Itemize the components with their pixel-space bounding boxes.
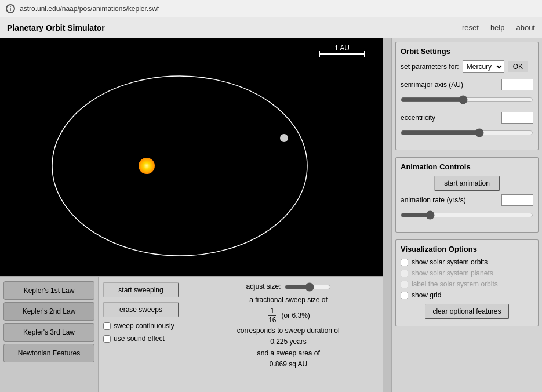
label-solar-system-orbits-label: label the solar system orbits — [412, 280, 498, 288]
clear-optional-features-button[interactable]: clear optional features — [425, 304, 508, 319]
label-solar-system-orbits-checkbox[interactable] — [401, 281, 408, 288]
app-title: Planetary Orbit Simulator — [7, 23, 105, 32]
animation-controls-title: Animation Controls — [401, 162, 533, 171]
show-solar-system-planets-label: show solar system planets — [412, 269, 493, 277]
show-solar-system-planets-row: show solar system planets — [401, 269, 533, 277]
show-solar-system-orbits-checkbox[interactable] — [401, 259, 408, 266]
semimajor-axis-label: semimajor axis (AU) — [401, 81, 501, 89]
use-sound-effect-label: use sound effect — [114, 335, 165, 343]
sweep-info-line2: corresponds to sweep duration of — [201, 325, 376, 336]
start-animation-button[interactable]: start animation — [434, 176, 500, 191]
about-link[interactable]: about — [516, 23, 535, 32]
semimajor-axis-slider[interactable] — [401, 95, 533, 104]
visualization-title: Visualization Options — [401, 245, 533, 253]
sweep-continuously-row: sweep continuously — [103, 322, 189, 330]
browser-bar: i astro.unl.edu/naap/pos/animations/kepl… — [0, 0, 542, 17]
main-layout: 1 AU Kepler's 1st — [0, 38, 542, 392]
show-grid-checkbox[interactable] — [401, 292, 408, 299]
kepler-1st-law-button[interactable]: Kepler's 1st Law — [3, 281, 94, 300]
nav-links: reset help about — [462, 23, 535, 32]
sweep-duration: 0.225 years — [201, 336, 376, 347]
animation-rate-input[interactable]: 0.20 — [501, 194, 533, 206]
sweep-continuously-label: sweep continuously — [114, 322, 174, 330]
kepler-laws-panel: Kepler's 1st Law Kepler's 2nd Law Kepler… — [0, 277, 99, 392]
sweep-info-panel: adjust size: a fractional sweep size of … — [194, 277, 383, 392]
eccentricity-slider[interactable] — [401, 128, 533, 137]
url-bar: astro.unl.edu/naap/pos/animations/kepler… — [20, 5, 159, 13]
sweep-fraction: 1 16 — [267, 307, 278, 324]
eccentricity-input[interactable]: 0.598 — [501, 112, 533, 124]
show-solar-system-planets-checkbox[interactable] — [401, 270, 408, 277]
orbit-settings-title: Orbit Settings — [401, 47, 533, 56]
start-sweeping-button[interactable]: start sweeping — [103, 282, 179, 297]
semimajor-slider-row — [401, 94, 533, 106]
adjust-size-row: adjust size: — [201, 281, 376, 292]
sweep-area: 0.869 sq AU — [201, 359, 376, 370]
svg-point-2 — [280, 134, 288, 142]
animation-controls-section: Animation Controls start animation anima… — [395, 157, 539, 233]
orbit-canvas: 1 AU — [0, 38, 383, 276]
right-panel: Orbit Settings set parameters for: Mercu… — [391, 38, 542, 392]
set-params-row: set parameters for: Mercury Venus Earth … — [401, 60, 533, 73]
kepler-2nd-law-button[interactable]: Kepler's 2nd Law — [3, 302, 94, 321]
adjust-size-slider[interactable] — [285, 282, 331, 292]
semimajor-axis-row: semimajor axis (AU) 2.35 — [401, 79, 533, 90]
sweep-info-line1: a fractional sweep size of — [201, 295, 376, 306]
show-solar-system-orbits-row: show solar system orbits — [401, 258, 533, 266]
visualization-options-section: Visualization Options show solar system … — [395, 239, 539, 326]
eccentricity-slider-row — [401, 127, 533, 139]
show-grid-row: show grid — [401, 291, 533, 299]
eccentricity-row: eccentricity 0.598 — [401, 112, 533, 124]
animation-rate-slider[interactable] — [401, 210, 533, 220]
sweep-continuously-checkbox[interactable] — [103, 322, 111, 330]
sweep-info-line3: and a sweep area of — [201, 348, 376, 359]
left-panel: 1 AU Kepler's 1st — [0, 38, 391, 392]
erase-sweeps-button[interactable]: erase sweeps — [103, 302, 179, 317]
title-bar: Planetary Orbit Simulator reset help abo… — [0, 17, 542, 38]
sweep-or-text: (or 6.3%) — [282, 310, 310, 321]
bottom-controls: Kepler's 1st Law Kepler's 2nd Law Kepler… — [0, 276, 383, 392]
use-sound-effect-checkbox[interactable] — [103, 335, 111, 343]
animation-rate-row: animation rate (yrs/s) 0.20 — [401, 194, 533, 206]
orbit-settings-section: Orbit Settings set parameters for: Mercu… — [395, 42, 539, 150]
ok-button[interactable]: OK — [508, 61, 528, 72]
info-icon: i — [6, 4, 15, 13]
label-solar-system-orbits-row: label the solar system orbits — [401, 280, 533, 288]
kepler-3rd-law-button[interactable]: Kepler's 3rd Law — [3, 323, 94, 342]
sweep-controls-panel: start sweeping erase sweeps sweep contin… — [99, 277, 194, 392]
eccentricity-label: eccentricity — [401, 114, 501, 122]
semimajor-axis-input[interactable]: 2.35 — [501, 79, 533, 90]
animation-rate-label: animation rate (yrs/s) — [401, 196, 501, 204]
newtonian-features-button[interactable]: Newtonian Features — [3, 344, 94, 362]
set-params-label: set parameters for: — [401, 63, 459, 71]
animation-rate-slider-row — [401, 209, 533, 222]
svg-point-1 — [139, 158, 155, 174]
svg-point-0 — [52, 76, 307, 256]
show-grid-label: show grid — [412, 291, 441, 299]
planet-select[interactable]: Mercury Venus Earth Mars Jupiter Saturn … — [463, 60, 504, 73]
reset-link[interactable]: reset — [462, 23, 479, 32]
use-sound-effect-row: use sound effect — [103, 335, 189, 343]
orbit-svg — [0, 38, 383, 276]
adjust-size-label: adjust size: — [246, 281, 281, 292]
help-link[interactable]: help — [490, 23, 505, 32]
show-solar-system-orbits-label: show solar system orbits — [412, 258, 488, 266]
